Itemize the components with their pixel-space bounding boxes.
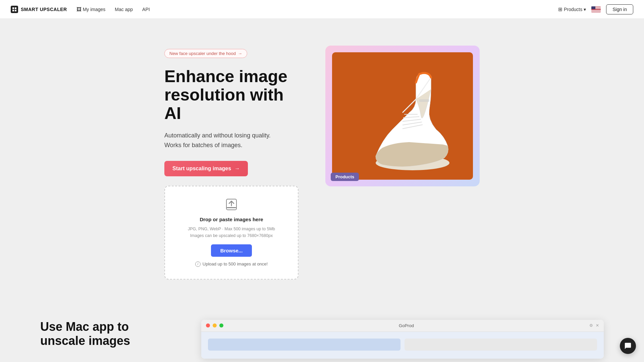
upload-info: i Upload up to 500 images at once! (195, 261, 268, 267)
upload-box: Drop or paste images here JPG, PNG, WebP… (164, 186, 299, 280)
upload-drop-label: Drop or paste images here (200, 217, 263, 222)
mac-icon-1: ⚙ (589, 323, 593, 328)
mac-output-area (405, 339, 597, 351)
logo[interactable]: SMART UPSCALER (11, 6, 67, 13)
chevron-down-icon: ▾ (584, 7, 586, 12)
mac-minimize-dot[interactable] (213, 323, 217, 327)
info-icon: i (195, 261, 201, 267)
browse-button[interactable]: Browse... (211, 244, 252, 257)
upload-hint-line2: Images can be upscaled up to 7680×7680px (190, 233, 273, 238)
mac-icon-2: ✕ (596, 323, 599, 328)
chat-bubble[interactable] (620, 338, 636, 354)
nav-mac-app[interactable]: Mac app (115, 7, 133, 12)
shoe-svg (332, 52, 473, 180)
logo-text: SMART UPSCALER (21, 7, 67, 12)
upload-hint: JPG, PNG, WebP · Max 500 images up to 5M… (188, 226, 275, 239)
svg-rect-4 (227, 207, 236, 208)
nav-my-images[interactable]: 🖼 My images (76, 6, 106, 12)
logo-icon (11, 6, 18, 13)
navbar-left: SMART UPSCALER 🖼 My images Mac app API (11, 6, 558, 13)
svg-rect-12 (419, 99, 429, 102)
svg-rect-1 (15, 7, 16, 9)
upload-icon (225, 198, 237, 212)
lower-left: Use Mac app to unscale images (40, 320, 174, 353)
signin-button[interactable]: Sign in (606, 4, 633, 14)
mac-close-dot[interactable] (206, 323, 210, 327)
hero-subtitle-line2: Works for batches of images. (164, 142, 243, 148)
mac-titlebar: GoProd ⚙ ✕ (201, 320, 604, 332)
cta-arrow-icon: → (234, 166, 240, 172)
badge-arrow-icon: → (238, 51, 242, 56)
upload-hint-line1: JPG, PNG, WebP · Max 500 images up to 5M… (188, 227, 275, 231)
mac-mockup: GoProd ⚙ ✕ (201, 320, 604, 359)
hero-section: New face upscaler under the hood → Enhan… (0, 19, 644, 300)
language-flag[interactable] (591, 6, 601, 12)
image-card: Products (325, 46, 480, 186)
navbar-right: ⊞ Products ▾ Sign in (558, 4, 633, 14)
lower-section: Use Mac app to unscale images GoProd ⚙ ✕ (0, 300, 644, 362)
hero-title: Enhance image resolution with AI (164, 67, 299, 123)
hero-subtitle-line1: Automatically and without losing quality… (164, 132, 271, 139)
navbar: SMART UPSCALER 🖼 My images Mac app API ⊞… (0, 0, 644, 19)
cta-label: Start upscaling images (172, 166, 231, 172)
nav-api[interactable]: API (142, 7, 150, 12)
hero-right: Products (325, 46, 480, 186)
nav-my-images-icon: 🖼 (76, 6, 82, 12)
mac-body (201, 332, 604, 359)
hero-title-line1: Enhance image (164, 67, 287, 86)
badge[interactable]: New face upscaler under the hood → (164, 49, 247, 58)
hero-left: New face upscaler under the hood → Enhan… (164, 46, 299, 280)
svg-rect-3 (15, 10, 16, 11)
shoe-image (332, 52, 473, 180)
products-icon: ⊞ (558, 6, 562, 12)
products-button[interactable]: ⊞ Products ▾ (558, 6, 586, 12)
mac-maximize-dot[interactable] (219, 323, 223, 327)
mac-input-area[interactable] (208, 339, 400, 351)
lower-title: Use Mac app to unscale images (40, 320, 174, 348)
hero-title-line2: resolution with AI (164, 85, 284, 123)
mac-title: GoProd (226, 323, 587, 328)
svg-rect-2 (12, 10, 14, 11)
badge-text: New face upscaler under the hood (169, 51, 236, 56)
svg-rect-0 (12, 7, 14, 9)
lower-right: GoProd ⚙ ✕ (201, 320, 604, 359)
image-label: Products (331, 173, 359, 181)
hero-subtitle: Automatically and without losing quality… (164, 131, 299, 150)
cta-button[interactable]: Start upscaling images → (164, 161, 248, 176)
upload-info-text: Upload up to 500 images at once! (203, 261, 268, 266)
